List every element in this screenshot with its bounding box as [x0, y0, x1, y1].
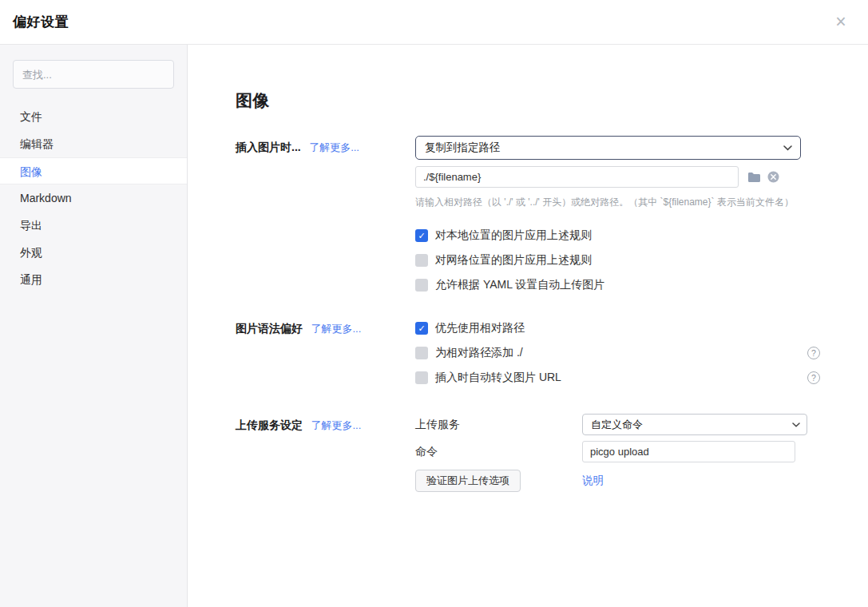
insert-action-value: 复制到指定路径 [425, 141, 501, 155]
sidebar-item-file[interactable]: 文件 [0, 103, 187, 130]
insert-learn-more-link[interactable]: 了解更多... [309, 141, 359, 153]
sidebar-nav: 文件 编辑器 图像 Markdown 导出 外观 通用 [0, 103, 187, 293]
search-input[interactable] [13, 60, 174, 89]
check-icon: ✓ [418, 324, 425, 333]
checkbox-network-images[interactable]: ✓ [415, 254, 428, 267]
image-syntax-section: 图片语法偏好 了解更多... ✓ 优先使用相对路径 ✓ 为相对路径添加 ./ [236, 321, 868, 385]
preferences-window: 偏好设置 × 文件 编辑器 图像 Markdown 导出 外观 通用 图像 插入… [0, 0, 868, 607]
sidebar-item-markdown[interactable]: Markdown [0, 184, 187, 212]
checkbox-escape-url[interactable]: ✓ [415, 371, 428, 384]
clear-icon [767, 171, 779, 183]
sidebar-item-general[interactable]: 通用 [0, 266, 187, 293]
help-link[interactable]: 说明 [582, 474, 604, 488]
check-row-network-images: ✓ 对网络位置的图片应用上述规则 [415, 253, 820, 268]
insert-section-label: 插入图片时... [236, 141, 301, 153]
image-path-input[interactable] [415, 166, 739, 188]
help-icon[interactable]: ? [807, 371, 820, 384]
sidebar-item-appearance[interactable]: 外观 [0, 239, 187, 266]
check-row-local-images: ✓ 对本地位置的图片应用上述规则 [415, 228, 820, 243]
help-icon[interactable]: ? [807, 347, 820, 359]
checkbox-relative-path[interactable]: ✓ [415, 322, 428, 335]
search-box [13, 60, 174, 89]
sidebar: 文件 编辑器 图像 Markdown 导出 外观 通用 [0, 45, 188, 607]
syntax-section-label: 图片语法偏好 [236, 322, 303, 335]
close-button[interactable]: × [830, 10, 852, 33]
sidebar-item-image[interactable]: 图像 [0, 157, 187, 184]
check-row-yaml-upload: ✓ 允许根据 YAML 设置自动上传图片 [415, 278, 820, 292]
upload-service-section: 上传服务设定 了解更多... 上传服务 自定义命令 命令 [236, 414, 868, 492]
command-row: 命令 [415, 441, 820, 462]
check-row-escape-url: ✓ 插入时自动转义图片 URL ? [415, 371, 820, 385]
validate-upload-button[interactable]: 验证图片上传选项 [415, 470, 521, 492]
checkbox-yaml-upload[interactable]: ✓ [415, 279, 428, 292]
close-icon: × [835, 13, 846, 31]
command-label: 命令 [415, 445, 582, 459]
upload-service-select[interactable]: 自定义命令 [582, 414, 807, 435]
syntax-learn-more-link[interactable]: 了解更多... [311, 323, 361, 335]
upload-learn-more-link[interactable]: 了解更多... [311, 419, 361, 431]
window-header: 偏好设置 × [0, 0, 868, 45]
upload-service-row: 上传服务 自定义命令 [415, 414, 820, 435]
folder-icon [747, 172, 761, 183]
check-row-relative-path: ✓ 优先使用相对路径 [415, 321, 820, 335]
window-title: 偏好设置 [13, 13, 69, 31]
checkbox-add-dot-slash[interactable]: ✓ [415, 347, 428, 359]
check-icon: ✓ [418, 232, 425, 240]
path-hint: 请输入相对路径（以 './' 或 '../' 开头）或绝对路径。（其中 `${f… [415, 196, 820, 209]
chevron-down-icon [792, 423, 800, 427]
upload-section-label: 上传服务设定 [236, 419, 303, 431]
sidebar-item-editor[interactable]: 编辑器 [0, 130, 187, 157]
upload-service-label: 上传服务 [415, 418, 582, 432]
checkbox-local-images[interactable]: ✓ [415, 229, 428, 242]
folder-picker-button[interactable] [747, 172, 761, 183]
main-content: 图像 插入图片时... 了解更多... 复制到指定路径 [188, 45, 868, 607]
clear-path-button[interactable] [767, 171, 779, 183]
page-title: 图像 [236, 89, 868, 112]
command-input[interactable] [582, 441, 795, 462]
sidebar-item-export[interactable]: 导出 [0, 212, 187, 239]
insert-action-select[interactable]: 复制到指定路径 [415, 136, 801, 160]
chevron-down-icon [783, 145, 792, 151]
upload-service-value: 自定义命令 [591, 418, 643, 432]
insert-image-section: 插入图片时... 了解更多... 复制到指定路径 [236, 136, 868, 292]
check-row-add-dot-slash: ✓ 为相对路径添加 ./ ? [415, 346, 820, 360]
